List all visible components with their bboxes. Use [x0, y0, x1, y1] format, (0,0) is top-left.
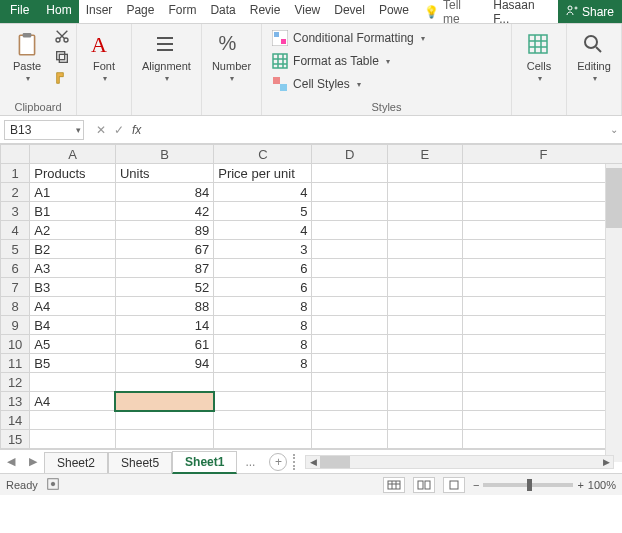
cell[interactable]: A2: [30, 221, 116, 240]
tab-insert[interactable]: Inser: [79, 0, 120, 23]
cell[interactable]: 6: [214, 278, 312, 297]
cell[interactable]: [387, 335, 462, 354]
row-header[interactable]: 5: [1, 240, 30, 259]
expand-formula-bar[interactable]: ⌄: [606, 124, 622, 135]
tab-file[interactable]: File: [0, 0, 39, 23]
tell-me[interactable]: 💡 Tell me: [416, 0, 485, 23]
cell[interactable]: [462, 335, 622, 354]
row-header[interactable]: 7: [1, 278, 30, 297]
cell[interactable]: 8: [214, 297, 312, 316]
row-header[interactable]: 12: [1, 373, 30, 392]
cell[interactable]: [462, 202, 622, 221]
cells-button[interactable]: Cells ▾: [518, 28, 560, 87]
tab-page-layout[interactable]: Page: [119, 0, 161, 23]
cell[interactable]: 8: [214, 316, 312, 335]
cell[interactable]: 84: [115, 183, 213, 202]
cell[interactable]: [387, 354, 462, 373]
font-button[interactable]: A Font ▾: [83, 28, 125, 87]
cell[interactable]: [462, 411, 622, 430]
vertical-scrollbar[interactable]: [605, 164, 622, 462]
row-header[interactable]: 8: [1, 297, 30, 316]
cell[interactable]: [387, 202, 462, 221]
chevron-down-icon[interactable]: ▾: [76, 125, 81, 135]
cell[interactable]: 4: [214, 221, 312, 240]
cell[interactable]: [312, 392, 387, 411]
cell[interactable]: [312, 240, 387, 259]
cancel-formula-icon[interactable]: ✕: [96, 123, 106, 137]
cell[interactable]: [30, 373, 116, 392]
more-sheets[interactable]: ...: [237, 455, 263, 469]
cell[interactable]: A1: [30, 183, 116, 202]
cell[interactable]: [214, 392, 312, 411]
fx-icon[interactable]: fx: [132, 123, 141, 137]
share-button[interactable]: Share: [558, 0, 622, 23]
sheet-nav-prev[interactable]: ◀: [0, 455, 22, 468]
row-header[interactable]: 2: [1, 183, 30, 202]
cell[interactable]: [312, 221, 387, 240]
cell[interactable]: B1: [30, 202, 116, 221]
cell[interactable]: [387, 259, 462, 278]
alignment-button[interactable]: Alignment ▾: [138, 28, 195, 87]
tab-view[interactable]: View: [287, 0, 327, 23]
cell[interactable]: 42: [115, 202, 213, 221]
format-as-table-button[interactable]: Format as Table ▾: [268, 51, 394, 71]
cell[interactable]: Units: [115, 164, 213, 183]
cell[interactable]: 89: [115, 221, 213, 240]
cell[interactable]: [462, 392, 622, 411]
new-sheet-button[interactable]: +: [269, 453, 287, 471]
row-header[interactable]: 3: [1, 202, 30, 221]
cell[interactable]: 67: [115, 240, 213, 259]
select-all-corner[interactable]: [1, 145, 30, 164]
cell[interactable]: [115, 411, 213, 430]
cell[interactable]: [387, 430, 462, 449]
user-account[interactable]: Hasaan F...: [485, 0, 558, 23]
zoom-in-button[interactable]: +: [577, 479, 583, 491]
sheet-tab[interactable]: Sheet2: [44, 452, 108, 473]
cell[interactable]: A4: [30, 392, 116, 411]
cell[interactable]: [387, 183, 462, 202]
row-header[interactable]: 15: [1, 430, 30, 449]
view-normal-button[interactable]: [383, 477, 405, 493]
cell[interactable]: 88: [115, 297, 213, 316]
cell[interactable]: 5: [214, 202, 312, 221]
cell[interactable]: [462, 259, 622, 278]
sheet-nav-next[interactable]: ▶: [22, 455, 44, 468]
cell[interactable]: [312, 202, 387, 221]
row-header[interactable]: 13: [1, 392, 30, 411]
cell[interactable]: [312, 183, 387, 202]
cell[interactable]: 8: [214, 354, 312, 373]
sheet-tab[interactable]: Sheet5: [108, 452, 172, 473]
editing-button[interactable]: Editing ▾: [573, 28, 615, 87]
cell[interactable]: [462, 221, 622, 240]
format-painter-button[interactable]: [54, 70, 70, 89]
macro-record-icon[interactable]: [46, 477, 60, 493]
copy-button[interactable]: [54, 49, 70, 68]
cell[interactable]: [462, 278, 622, 297]
cell[interactable]: [462, 430, 622, 449]
cell[interactable]: Products: [30, 164, 116, 183]
selected-cell[interactable]: [115, 392, 213, 411]
cell[interactable]: [462, 183, 622, 202]
tab-formulas[interactable]: Form: [161, 0, 203, 23]
horizontal-scrollbar[interactable]: ◀▶: [305, 455, 614, 469]
cell[interactable]: [312, 411, 387, 430]
cell[interactable]: [387, 221, 462, 240]
cell[interactable]: [312, 278, 387, 297]
cell[interactable]: 87: [115, 259, 213, 278]
row-header[interactable]: 4: [1, 221, 30, 240]
cell[interactable]: [462, 297, 622, 316]
cell[interactable]: [387, 392, 462, 411]
view-page-break-button[interactable]: [443, 477, 465, 493]
cell[interactable]: [312, 316, 387, 335]
cell[interactable]: [312, 373, 387, 392]
formula-input[interactable]: [149, 120, 606, 140]
cell[interactable]: A4: [30, 297, 116, 316]
cell[interactable]: [214, 411, 312, 430]
row-header[interactable]: 10: [1, 335, 30, 354]
cell[interactable]: [312, 335, 387, 354]
cell[interactable]: [462, 354, 622, 373]
cell[interactable]: [30, 411, 116, 430]
col-header-D[interactable]: D: [312, 145, 387, 164]
col-header-C[interactable]: C: [214, 145, 312, 164]
cell[interactable]: [462, 240, 622, 259]
